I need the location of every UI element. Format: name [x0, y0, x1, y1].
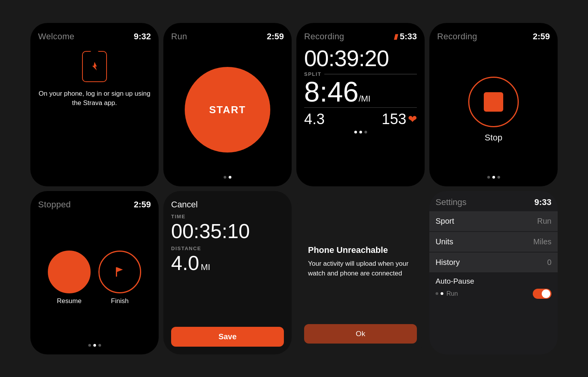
app-grid: Welcome 9:32 On your phone, log in or si… [30, 23, 558, 354]
recording-active-time: 5:33 [400, 32, 417, 42]
distance-value: 4.3 [304, 111, 325, 127]
stopped-header: Stopped 2:59 [38, 200, 151, 210]
dot-1 [88, 344, 91, 347]
stop-label: Stop [485, 133, 502, 143]
stop-square-icon [484, 92, 503, 112]
cancel-label[interactable]: Cancel [171, 200, 284, 210]
run-page-dots [171, 176, 284, 179]
recording-active-screen: Recording ▮ 5:33 00:39:20 SPLIT 8:46 /MI… [296, 23, 425, 186]
stopped-title: Stopped [38, 200, 71, 210]
units-value: Miles [533, 237, 551, 246]
finish-button[interactable] [98, 251, 141, 293]
dot-2 [359, 131, 362, 133]
toggle-page-dots [436, 292, 443, 295]
run-time: 2:59 [267, 32, 284, 42]
auto-pause-label: Auto-Pause [429, 273, 558, 287]
recording-stop-screen: Recording 2:59 Stop [429, 23, 558, 186]
stop-button[interactable] [468, 77, 519, 127]
unreachable-content: Phone Unreachable Your activity will upl… [304, 200, 417, 324]
dot-3 [497, 176, 500, 179]
stopped-screen: Stopped 2:59 Resume Finish [30, 191, 159, 354]
auto-pause-toggle[interactable] [533, 289, 551, 299]
settings-time: 9:33 [534, 197, 551, 207]
welcome-screen: Welcome 9:32 On your phone, log in or si… [30, 23, 159, 186]
dot-3 [364, 131, 367, 133]
save-btn-label: Save [219, 332, 237, 341]
dot-2 [93, 344, 96, 347]
ok-button[interactable]: Ok [304, 324, 417, 344]
resume-action: Resume [48, 251, 91, 305]
svg-rect-0 [116, 267, 117, 277]
start-button[interactable]: START [185, 67, 270, 153]
run-screen: Run 2:59 START [163, 23, 292, 186]
recording-stop-dots [437, 176, 550, 179]
distance-stat: 4.3 MI [304, 111, 333, 128]
dot-1 [224, 176, 226, 179]
heart-icon: ❤ [408, 113, 417, 126]
time-section-label: TIME [171, 214, 284, 219]
stopped-dots [38, 344, 151, 347]
finish-label: Finish [111, 297, 128, 305]
resume-button[interactable] [48, 251, 91, 293]
recording-stop-header: Recording 2:59 [437, 32, 550, 42]
distance-unit: MI [326, 119, 333, 125]
sport-value: Run [537, 217, 551, 226]
welcome-icon-container [38, 51, 151, 82]
settings-row-sport[interactable]: Sport Run [429, 211, 558, 231]
strava-phone-icon [82, 51, 107, 82]
history-value: 0 [547, 258, 551, 267]
history-label: History [436, 258, 460, 267]
stopped-time: 2:59 [134, 200, 151, 210]
split-value-row: 8:46 /MI [304, 78, 417, 106]
settings-row-units[interactable]: Units Miles [429, 232, 558, 252]
stop-circle-container: Stop [437, 47, 550, 173]
unreachable-body: Your activity will upload when your watc… [308, 259, 413, 278]
dot-1 [487, 176, 490, 179]
toggle-dot-1 [436, 292, 438, 295]
start-circle-container: START [171, 47, 284, 173]
start-label: START [209, 104, 246, 116]
split-unit: /MI [359, 95, 371, 103]
save-screen: Cancel TIME 00:35:10 DISTANCE 4.0 MI Sav… [163, 191, 292, 354]
recording-active-dots [304, 131, 417, 133]
settings-screen: Settings 9:33 Sport Run Units Miles Hist… [429, 191, 558, 354]
recording-active-header: Recording ▮ 5:33 [304, 32, 417, 42]
stopped-actions: Resume Finish [38, 215, 151, 341]
run-title: Run [171, 32, 187, 42]
stats-row: 4.3 MI 153 ❤ [304, 107, 417, 128]
save-distance-value: 4.0 [171, 252, 199, 274]
save-distance-row: 4.0 MI [171, 252, 284, 274]
dot-3 [98, 344, 101, 347]
units-label: Units [436, 237, 453, 246]
settings-row-history[interactable]: History 0 [429, 253, 558, 272]
welcome-body-text: On your phone, log in or sign up using t… [38, 89, 151, 108]
split-line [324, 74, 417, 74]
unreachable-screen: Phone Unreachable Your activity will upl… [296, 191, 425, 354]
welcome-time: 9:32 [134, 32, 151, 42]
toggle-thumb [542, 289, 550, 298]
save-distance-unit: MI [201, 262, 210, 272]
flag-icon [111, 263, 128, 281]
resume-label: Resume [57, 297, 81, 305]
welcome-title: Welcome [38, 32, 74, 42]
toggle-dot-2 [441, 292, 443, 295]
save-time-value: 00:35:10 [171, 220, 284, 242]
distance-section-label: DISTANCE [171, 245, 284, 251]
heart-rate-value: 153 [382, 111, 406, 128]
finish-action: Finish [98, 251, 141, 305]
dot-1 [354, 131, 357, 133]
save-button[interactable]: Save [171, 327, 284, 347]
settings-title: Settings [436, 197, 467, 207]
unreachable-title: Phone Unreachable [308, 245, 413, 255]
svg-marker-1 [117, 267, 123, 272]
recording-stop-title: Recording [437, 32, 477, 42]
toggle-row: Run [429, 287, 558, 300]
heart-stat: 153 ❤ [382, 111, 417, 128]
recording-stop-time: 2:59 [533, 32, 550, 42]
sub-label: Run [446, 290, 458, 297]
recording-elapsed: 00:39:20 [304, 47, 417, 70]
dot-2 [492, 176, 495, 179]
run-header: Run 2:59 [171, 32, 284, 42]
ok-label: Ok [356, 330, 365, 338]
recording-active-title: Recording [304, 32, 344, 42]
